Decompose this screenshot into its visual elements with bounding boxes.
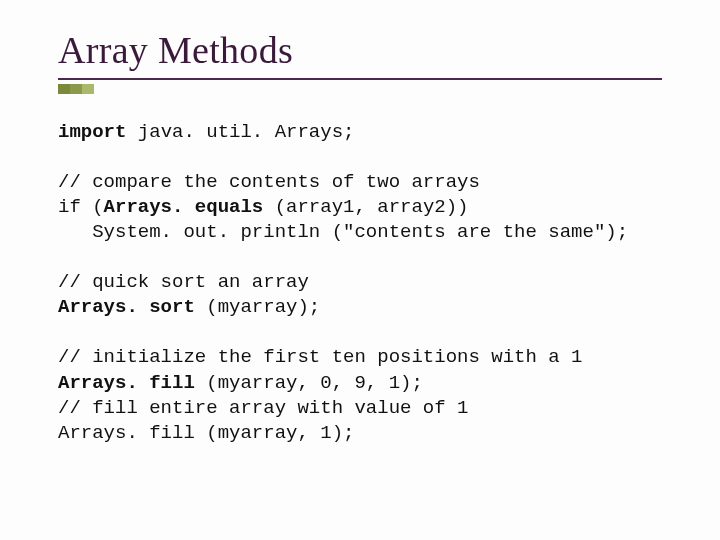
code-bold: Arrays. sort xyxy=(58,296,195,318)
code-comment: // compare the contents of two arrays xyxy=(58,171,480,193)
code-text: Arrays. fill (myarray, 1); xyxy=(58,422,354,444)
code-text: (myarray, 0, 9, 1); xyxy=(195,372,423,394)
code-text: (array1, array2)) xyxy=(263,196,468,218)
title-underline xyxy=(58,78,662,80)
code-block: import java. util. Arrays; // compare th… xyxy=(58,120,662,446)
code-bold: Arrays. fill xyxy=(58,372,195,394)
code-text: if ( xyxy=(58,196,104,218)
code-text: System. out. println ("contents are the … xyxy=(58,221,628,243)
code-text: java. util. Arrays; xyxy=(126,121,354,143)
code-keyword-import: import xyxy=(58,121,126,143)
page-title: Array Methods xyxy=(58,28,662,72)
code-comment: // fill entire array with value of 1 xyxy=(58,397,468,419)
slide: Array Methods import java. util. Arrays;… xyxy=(0,0,720,540)
blank-line xyxy=(58,145,662,170)
accent-bar xyxy=(58,84,94,94)
blank-line xyxy=(58,245,662,270)
code-comment: // initialize the first ten positions wi… xyxy=(58,346,583,368)
code-bold: Arrays. equals xyxy=(104,196,264,218)
blank-line xyxy=(58,320,662,345)
code-comment: // quick sort an array xyxy=(58,271,309,293)
code-text: (myarray); xyxy=(195,296,320,318)
